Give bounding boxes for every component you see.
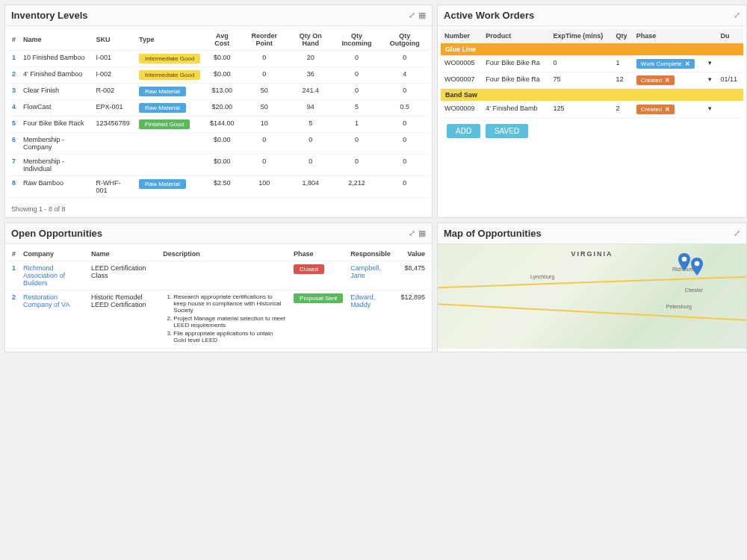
map-pin-icon[interactable]	[691, 258, 703, 276]
column-header[interactable]: Phase	[290, 247, 347, 261]
add-button[interactable]: ADD	[447, 124, 480, 138]
work-order-group[interactable]: Glue Line	[441, 43, 743, 56]
row-index: 1	[8, 261, 19, 290]
item-type: Intermediate Good	[135, 67, 204, 84]
wo-phase: Work Complete ✕	[633, 56, 704, 72]
work-order-group[interactable]: Band Saw	[441, 89, 743, 102]
column-header[interactable]: Value	[397, 247, 429, 261]
column-header[interactable]: Name	[19, 29, 93, 51]
qty-incoming: 0	[332, 155, 380, 176]
table-row[interactable]: 4FlowCastEPX-001Raw Material$20.00509450…	[8, 100, 429, 116]
table-row[interactable]: 1Richmond Association of BuildersLEED Ce…	[8, 261, 429, 290]
panel-header: Open Opportunities ⤢ ▦	[5, 223, 432, 244]
qty-incoming: 0	[332, 133, 380, 155]
map-city-label: Lynchburg	[530, 274, 554, 279]
column-header[interactable]: Product	[482, 29, 549, 43]
responsible-link[interactable]: Campbell, Jane	[347, 261, 397, 290]
column-header[interactable]: SKU	[93, 29, 135, 51]
item-sku: EPX-001	[93, 100, 135, 116]
wo-exptime: 75	[549, 72, 612, 89]
row-index: 4	[8, 100, 19, 116]
map-pin-icon[interactable]	[678, 253, 690, 271]
description-item: Project Manage material selection to mee…	[173, 315, 286, 329]
qty-on-hand: 1,804	[288, 176, 332, 198]
phase-chip[interactable]: Work Complete ✕	[636, 59, 695, 69]
wo-menu[interactable]: ▾	[704, 72, 716, 89]
map-canvas[interactable]: VIRGINIA Lynchburg Richmond Chester Pete…	[438, 244, 746, 349]
open-opportunities-panel: Open Opportunities ⤢ ▦ #CompanyNameDescr…	[4, 223, 433, 352]
reorder-point: 0	[240, 155, 288, 176]
grid-icon[interactable]: ▦	[418, 228, 426, 238]
reorder-point: 0	[240, 133, 288, 155]
close-icon[interactable]: ✕	[665, 77, 670, 84]
expand-icon[interactable]: ⤢	[734, 228, 740, 238]
column-header[interactable]: Qty On Hand	[288, 29, 332, 51]
column-header[interactable]: Qty Outgoing	[381, 29, 429, 51]
column-header[interactable]: Type	[135, 29, 204, 51]
row-index: 7	[8, 155, 19, 176]
expand-icon[interactable]: ⤢	[409, 10, 415, 20]
column-header[interactable]: Responsible	[347, 247, 397, 261]
column-header[interactable]: Reorder Point	[240, 29, 288, 51]
responsible-link[interactable]: Edward, Maddy	[347, 290, 397, 349]
wo-menu[interactable]: ▾	[704, 56, 716, 72]
column-header[interactable]: #	[8, 247, 19, 261]
column-header[interactable]: Name	[87, 247, 159, 261]
column-header[interactable]: #	[8, 29, 19, 51]
wo-number: WO00009	[441, 102, 482, 118]
grid-icon[interactable]: ▦	[418, 10, 426, 20]
table-row[interactable]: 8Raw BambooR-WHF-001Raw Material$2.50100…	[8, 176, 429, 198]
column-header[interactable]: Qty	[612, 29, 632, 43]
table-row[interactable]: 3Clear FinishR-002Raw Material$13.005024…	[8, 84, 429, 100]
column-header[interactable]: Number	[441, 29, 482, 43]
table-row[interactable]: 6Membership - Company$0.000000	[8, 133, 429, 155]
table-row[interactable]: 7Membership - Individual$0.000000	[8, 155, 429, 176]
column-header[interactable]: Description	[159, 247, 290, 261]
table-row[interactable]: WO00005Four Bike Bike Ra01Work Complete …	[441, 56, 743, 72]
column-header[interactable]	[704, 29, 716, 43]
qty-incoming: 2,212	[332, 176, 380, 198]
close-icon[interactable]: ✕	[685, 60, 690, 67]
company-link[interactable]: Richmond Association of Builders	[19, 261, 87, 290]
column-header[interactable]: Company	[19, 247, 87, 261]
column-header[interactable]: ExpTime (mins)	[549, 29, 612, 43]
wo-product: 4' Finished Bamb	[482, 102, 549, 118]
expand-icon[interactable]: ⤢	[409, 228, 415, 238]
wo-menu[interactable]: ▾	[704, 102, 716, 118]
reorder-point: 0	[240, 67, 288, 84]
company-link[interactable]: Restoration Company of VA	[19, 290, 87, 349]
avg-cost: $0.00	[204, 67, 240, 84]
table-row[interactable]: WO000094' Finished Bamb1252Created ✕▾	[441, 102, 743, 118]
wo-qty: 12	[612, 72, 632, 89]
saved-button[interactable]: SAVED	[486, 124, 528, 138]
opportunities-table: #CompanyNameDescriptionPhaseResponsibleV…	[8, 247, 429, 349]
phase-chip[interactable]: Created ✕	[636, 105, 675, 114]
column-header[interactable]: Phase	[633, 29, 704, 43]
table-row[interactable]: 5Four Bike Bike Rack123456789Finished Go…	[8, 116, 429, 133]
qty-on-hand: 5	[288, 116, 332, 133]
phase-chip[interactable]: Created ✕	[636, 75, 675, 85]
column-header[interactable]: Qty Incoming	[332, 29, 380, 51]
column-header[interactable]: Du	[716, 29, 743, 43]
table-row[interactable]: 110 Finished BambooI-001Intermediate Goo…	[8, 51, 429, 67]
type-badge: Raw Material	[139, 179, 186, 189]
close-icon[interactable]: ✕	[665, 106, 670, 113]
item-name: Raw Bamboo	[19, 176, 93, 198]
wo-number: WO00005	[441, 56, 482, 72]
item-name: Membership - Individual	[19, 155, 93, 176]
opportunity-phase: Closed	[290, 261, 347, 290]
qty-on-hand: 36	[288, 67, 332, 84]
qty-outgoing: 0	[381, 155, 429, 176]
table-row[interactable]: 2Restoration Company of VAHistoric Remod…	[8, 290, 429, 349]
table-row[interactable]: WO00007Four Bike Bike Ra7512Created ✕▾01…	[441, 72, 743, 89]
table-row[interactable]: 24' Finished BambooI-002Intermediate Goo…	[8, 67, 429, 84]
qty-outgoing: 0	[381, 176, 429, 198]
column-header[interactable]: Avg Cost	[204, 29, 240, 51]
row-index: 8	[8, 176, 19, 198]
row-index: 1	[8, 51, 19, 67]
item-sku: 123456789	[93, 116, 135, 133]
active-work-orders-panel: Active Work Orders ⤢ NumberProductExpTim…	[437, 4, 747, 218]
svg-point-1	[694, 261, 699, 267]
expand-icon[interactable]: ⤢	[734, 10, 740, 20]
qty-outgoing: 0	[381, 51, 429, 67]
